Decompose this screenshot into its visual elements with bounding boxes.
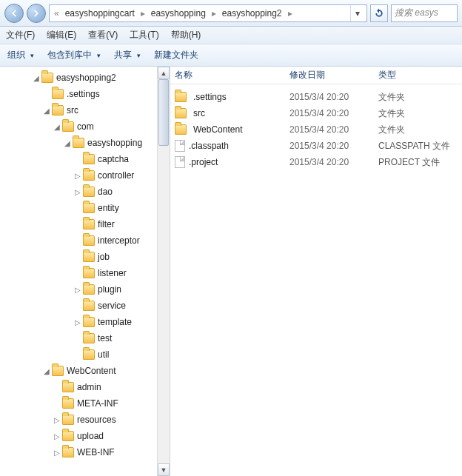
folder-icon [52, 366, 64, 376]
tree-item[interactable]: ◢easyshopping2 [0, 70, 157, 86]
collapse-icon[interactable]: ◢ [62, 139, 73, 147]
forward-button[interactable] [27, 4, 46, 23]
tree-item[interactable]: ▷controller [0, 167, 157, 184]
list-item[interactable]: src2015/3/4 20:20文件夹 [175, 105, 462, 121]
folder-icon [83, 170, 95, 181]
tree-item-label: service [98, 301, 126, 311]
menu-tools[interactable]: 工具(T) [130, 29, 158, 41]
collapse-icon[interactable]: ◢ [31, 74, 41, 82]
list-item[interactable]: .settings2015/3/4 20:20文件夹 [175, 89, 462, 105]
tree-item-label: easyshopping2 [56, 73, 116, 83]
tree-item[interactable]: util [0, 346, 157, 363]
tree-scrollbar[interactable]: ▲ ▼ [157, 67, 170, 476]
list-item[interactable]: .classpath2015/3/4 20:20CLASSPATH 文件 [175, 138, 462, 154]
menu-file[interactable]: 文件(F) [6, 29, 35, 41]
tree-item[interactable]: ▷resources [0, 412, 157, 428]
tree-item-label: filter [98, 219, 115, 229]
tree-item-label: admin [77, 382, 101, 392]
menu-view[interactable]: 查看(V) [88, 29, 118, 41]
search-input[interactable]: 搜索 easys [391, 4, 458, 22]
breadcrumb-item[interactable]: easyshopping [148, 7, 209, 19]
organize-button[interactable]: 组织 [7, 49, 34, 61]
column-header-modified[interactable]: 修改日期 [289, 69, 378, 81]
tree-item[interactable]: service [0, 298, 157, 314]
tree-item-label: .settings [67, 89, 100, 99]
chevron-right-icon: ▸ [287, 8, 294, 19]
address-dropdown[interactable]: ▾ [350, 5, 364, 21]
folder-icon [175, 124, 187, 135]
tree-item[interactable]: ▷dao [0, 184, 157, 200]
expand-icon[interactable]: ▷ [73, 172, 83, 180]
scroll-track[interactable] [158, 79, 170, 463]
file-name: src [193, 108, 205, 118]
collapse-icon[interactable]: ◢ [41, 107, 52, 115]
include-in-library-button[interactable]: 包含到库中 [47, 49, 101, 61]
tree-item[interactable]: admin [0, 379, 157, 395]
tree-item[interactable]: listener [0, 265, 157, 281]
refresh-button[interactable] [370, 4, 388, 22]
folder-icon [62, 382, 74, 392]
expand-icon[interactable]: ▷ [52, 449, 62, 457]
tree-item-label: job [98, 252, 110, 262]
folder-icon [83, 187, 95, 197]
tree-item[interactable]: job [0, 249, 157, 265]
tree-item[interactable]: ◢src [0, 102, 157, 118]
folder-icon [83, 333, 95, 343]
list-item[interactable]: WebContent2015/3/4 20:20文件夹 [175, 121, 462, 138]
folder-icon [62, 415, 74, 425]
tree-item[interactable]: ▷template [0, 314, 157, 330]
tree-item[interactable]: entity [0, 200, 157, 216]
folder-icon [83, 219, 95, 229]
new-folder-button[interactable]: 新建文件夹 [154, 49, 198, 61]
arrow-left-icon [9, 8, 19, 19]
command-bar: 组织 包含到库中 共享 新建文件夹 [0, 44, 462, 67]
tree-item-label: src [67, 105, 78, 115]
collapse-icon[interactable]: ◢ [52, 123, 62, 131]
folder-icon [175, 92, 187, 102]
tree-item[interactable]: test [0, 330, 157, 346]
scroll-thumb[interactable] [158, 79, 169, 146]
tree-item[interactable]: META-INF [0, 395, 157, 412]
expand-icon[interactable]: ▷ [73, 286, 83, 294]
address-bar[interactable]: « easyshoppingcart ▸ easyshopping ▸ easy… [49, 4, 367, 22]
expand-icon[interactable]: ▷ [73, 318, 83, 326]
tree-item[interactable]: ◢com [0, 118, 157, 135]
folder-icon [83, 349, 95, 360]
tree-item[interactable]: .settings [0, 86, 157, 102]
folder-icon [83, 317, 95, 327]
file-type: PROJECT 文件 [378, 156, 462, 169]
list-item[interactable]: .project2015/3/4 20:20PROJECT 文件 [175, 154, 462, 170]
folder-icon [62, 431, 74, 441]
expand-icon[interactable]: ▷ [52, 432, 62, 440]
tree-item[interactable]: interceptor [0, 232, 157, 249]
menu-help[interactable]: 帮助(H) [171, 29, 201, 41]
menu-edit[interactable]: 编辑(E) [47, 29, 76, 41]
collapse-icon[interactable]: ◢ [41, 367, 52, 375]
tree-item-label: WEB-INF [77, 447, 115, 457]
column-header-name[interactable]: 名称 [175, 69, 289, 81]
tree-item-label: util [98, 349, 109, 360]
column-header-type[interactable]: 类型 [378, 69, 462, 81]
scroll-up-icon[interactable]: ▲ [158, 67, 170, 79]
search-placeholder: 搜索 easys [395, 7, 438, 19]
tree-item[interactable]: ▷WEB-INF [0, 444, 157, 460]
tree-item-label: test [98, 333, 112, 343]
expand-icon[interactable]: ▷ [73, 188, 83, 196]
folder-icon [83, 203, 95, 213]
tree-item[interactable]: filter [0, 216, 157, 232]
nav-bar: « easyshoppingcart ▸ easyshopping ▸ easy… [0, 0, 462, 27]
breadcrumb-item[interactable]: easyshopping2 [219, 7, 285, 19]
tree-item[interactable]: ◢WebContent [0, 363, 157, 379]
tree-item[interactable]: ▷plugin [0, 281, 157, 298]
share-button[interactable]: 共享 [114, 49, 141, 61]
chevron-right-icon: ▸ [139, 8, 147, 19]
tree-item[interactable]: ◢easyshopping [0, 135, 157, 151]
file-name: .classpath [189, 141, 229, 151]
tree-item[interactable]: captcha [0, 151, 157, 167]
scroll-down-icon[interactable]: ▼ [158, 463, 170, 476]
expand-icon[interactable]: ▷ [52, 416, 62, 424]
breadcrumb-item[interactable]: easyshoppingcart [62, 7, 138, 19]
file-modified: 2015/3/4 20:20 [289, 157, 378, 167]
tree-item[interactable]: ▷upload [0, 428, 157, 444]
back-button[interactable] [4, 4, 24, 23]
